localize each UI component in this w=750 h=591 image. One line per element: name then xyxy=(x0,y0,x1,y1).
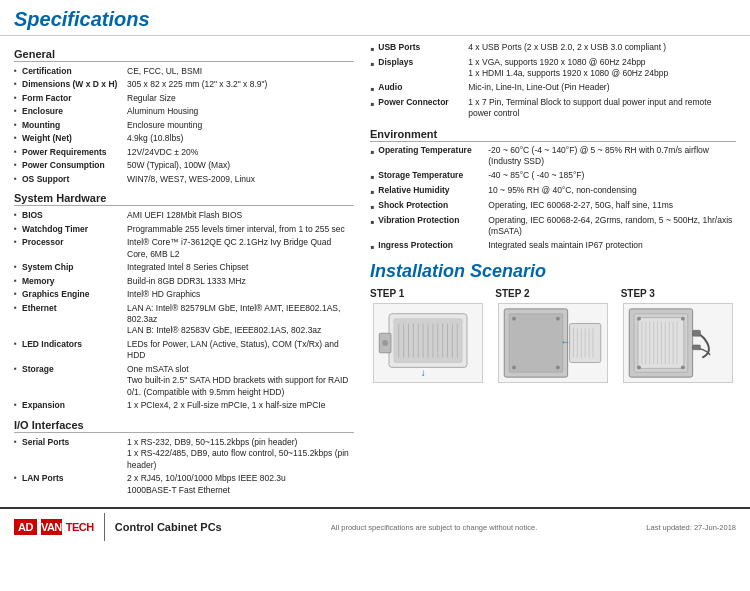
bullet-icon: ▪ xyxy=(370,241,374,253)
footer-logo: ADVANTECH xyxy=(14,519,94,535)
spec-label: Memory xyxy=(22,275,127,288)
spec-label: Ethernet xyxy=(22,302,127,338)
bullet-icon: ▪ xyxy=(370,43,374,55)
spec-label: Graphics Engine xyxy=(22,288,127,301)
spec-label: BIOS xyxy=(22,209,127,222)
table-row: ▪ BIOS AMI UEFI 128Mbit Flash BIOS xyxy=(14,209,354,222)
spec-label: Mounting xyxy=(22,119,127,132)
bullet: ▪ xyxy=(14,472,22,497)
table-row: ▪ LED Indicators LEDs for Power, LAN (Ac… xyxy=(14,338,354,363)
spec-value: Regular Size xyxy=(127,92,354,105)
bullet: ▪ xyxy=(14,338,22,363)
svg-point-16 xyxy=(382,340,388,346)
bullet: ▪ xyxy=(14,159,22,172)
right-column: ▪ USB Ports 4 x USB Ports (2 x USB 2.0, … xyxy=(370,42,736,497)
footer-disclaimer: All product specifications are subject t… xyxy=(222,523,647,532)
bullet: ▪ xyxy=(14,223,22,236)
bullet: ▪ xyxy=(14,399,22,412)
table-row: ▪ Expansion 1 x PCIex4, 2 x Full-size mP… xyxy=(14,399,354,412)
spec-label: Dimensions (W x D x H) xyxy=(22,78,127,91)
svg-point-22 xyxy=(512,365,516,369)
installation-title: Installation Scenario xyxy=(370,261,736,282)
svg-point-21 xyxy=(556,316,560,320)
list-item: ▪ Displays 1 x VGA, supports 1920 x 1080… xyxy=(370,57,736,80)
svg-point-23 xyxy=(556,365,560,369)
bullet: ▪ xyxy=(14,146,22,159)
spec-value: 305 x 82 x 225 mm (12" x 3.2" x 8.9") xyxy=(127,78,354,91)
general-spec-table: ▪ Certification CE, FCC, UL, BSMI ▪ Dime… xyxy=(14,65,354,186)
spec-label: LED Indicators xyxy=(22,338,127,363)
logo-van: VAN xyxy=(41,519,62,535)
table-row: ▪ Power Consumption 50W (Typical), 100W … xyxy=(14,159,354,172)
page-header: Specifications xyxy=(0,0,750,36)
spec-value: Programmable 255 levels timer interval, … xyxy=(127,223,354,236)
table-row: ▪ Graphics Engine Intel® HD Graphics xyxy=(14,288,354,301)
item-label: Storage Temperature xyxy=(378,170,488,181)
bullet-icon: ▪ xyxy=(370,186,374,198)
spec-label: Weight (Net) xyxy=(22,132,127,145)
item-label: Vibration Protection xyxy=(378,215,488,226)
system-hardware-spec-table: ▪ BIOS AMI UEFI 128Mbit Flash BIOS ▪ Wat… xyxy=(14,209,354,413)
item-value: Mic-in, Line-In, Line-Out (Pin Header) xyxy=(468,82,736,93)
table-row: ▪ Processor Intel® Core™ i7-3612QE QC 2.… xyxy=(14,236,354,261)
bullet: ▪ xyxy=(14,173,22,186)
page-title: Specifications xyxy=(14,8,736,31)
step-2-item: STEP 2 xyxy=(495,288,610,383)
spec-value: Aluminum Housing xyxy=(127,105,354,118)
spec-label: Processor xyxy=(22,236,127,261)
item-value: Operating, IEC 60068-2-64, 2Grms, random… xyxy=(488,215,736,238)
item-value: 10 ~ 95% RH @ 40°C, non-condensing xyxy=(488,185,736,196)
spec-label: Storage xyxy=(22,363,127,399)
list-item: ▪ Power Connector 1 x 7 Pin, Terminal Bl… xyxy=(370,97,736,120)
list-item: ▪ Ingress Protection Integrated seals ma… xyxy=(370,240,736,253)
general-section-title: General xyxy=(14,48,354,62)
step-1-svg: ↓ xyxy=(374,304,482,382)
bullet: ▪ xyxy=(14,92,22,105)
svg-point-47 xyxy=(637,365,641,369)
svg-point-48 xyxy=(681,365,685,369)
bullet: ▪ xyxy=(14,261,22,274)
list-item: ▪ USB Ports 4 x USB Ports (2 x USB 2.0, … xyxy=(370,42,736,55)
svg-text:←: ← xyxy=(561,336,571,347)
list-item: ▪ Relative Humidity 10 ~ 95% RH @ 40°C, … xyxy=(370,185,736,198)
item-label: Relative Humidity xyxy=(378,185,488,196)
step-2-label: STEP 2 xyxy=(495,288,529,299)
item-label: Operating Temperature xyxy=(378,145,488,156)
svg-text:↓: ↓ xyxy=(420,367,425,378)
bullet: ▪ xyxy=(14,119,22,132)
page-footer: ADVANTECH Control Cabinet PCs All produc… xyxy=(0,507,750,545)
item-value: Integrated seals maintain IP67 protectio… xyxy=(488,240,736,251)
bullet: ▪ xyxy=(14,436,22,472)
item-label: Power Connector xyxy=(378,97,468,108)
bullet: ▪ xyxy=(14,288,22,301)
spec-value: 2 x RJ45, 10/100/1000 Mbps IEEE 802.3u10… xyxy=(127,472,354,497)
spec-label: OS Support xyxy=(22,173,127,186)
bullet-icon: ▪ xyxy=(370,98,374,110)
table-row: ▪ Ethernet LAN A: Intel® 82579LM GbE, In… xyxy=(14,302,354,338)
table-row: ▪ LAN Ports 2 x RJ45, 10/100/1000 Mbps I… xyxy=(14,472,354,497)
step-1-image: ↓ xyxy=(373,303,483,383)
svg-point-45 xyxy=(637,316,641,320)
bullet-icon: ▪ xyxy=(370,146,374,158)
table-row: ▪ Mounting Enclosure mounting xyxy=(14,119,354,132)
item-label: Displays xyxy=(378,57,468,68)
table-row: ▪ OS Support WIN7/8, WES7, WES-2009, Lin… xyxy=(14,173,354,186)
list-item: ▪ Storage Temperature -40 ~ 85°C ( -40 ~… xyxy=(370,170,736,183)
svg-rect-49 xyxy=(693,330,701,336)
spec-value: Intel® HD Graphics xyxy=(127,288,354,301)
spec-value: LEDs for Power, LAN (Active, Status), CO… xyxy=(127,338,354,363)
bullet: ▪ xyxy=(14,236,22,261)
step-3-image xyxy=(623,303,733,383)
list-item: ▪ Shock Protection Operating, IEC 60068-… xyxy=(370,200,736,213)
spec-label: Expansion xyxy=(22,399,127,412)
item-value: 4 x USB Ports (2 x USB 2.0, 2 x USB 3.0 … xyxy=(468,42,736,53)
table-row: ▪ Enclosure Aluminum Housing xyxy=(14,105,354,118)
footer-product-category: Control Cabinet PCs xyxy=(115,521,222,533)
spec-label: Certification xyxy=(22,65,127,78)
spec-value: AMI UEFI 128Mbit Flash BIOS xyxy=(127,209,354,222)
svg-rect-50 xyxy=(693,345,701,350)
spec-label: Form Factor xyxy=(22,92,127,105)
item-label: Ingress Protection xyxy=(378,240,488,251)
spec-value: 12V/24VDC ± 20% xyxy=(127,146,354,159)
io-spec-table: ▪ Serial Ports 1 x RS-232, DB9, 50~115.2… xyxy=(14,436,354,497)
